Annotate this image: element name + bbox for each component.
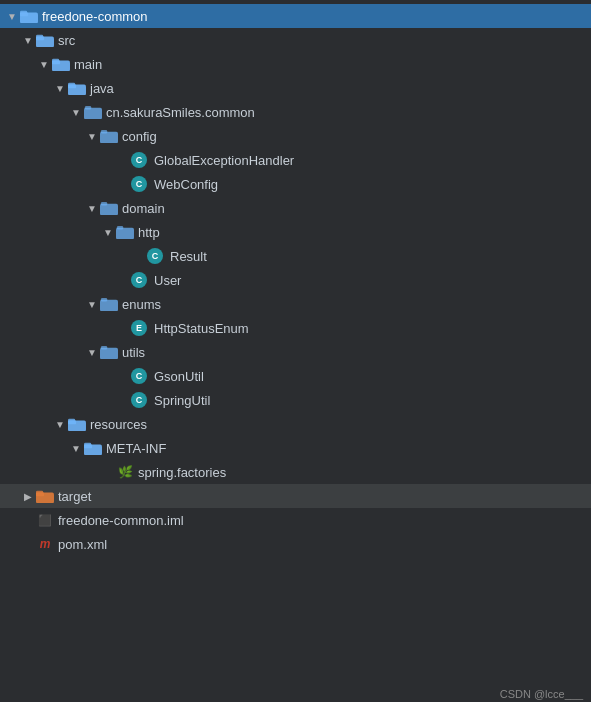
package-icon <box>100 296 118 312</box>
watermark: CSDN @lcce___ <box>492 686 591 702</box>
tree-item-java[interactable]: java <box>0 76 591 100</box>
tree-item-label: java <box>90 81 114 96</box>
tree-item-GsonUtil[interactable]: CGsonUtil <box>0 364 591 388</box>
tree-item-label: META-INF <box>106 441 166 456</box>
tree-arrow[interactable] <box>84 347 100 358</box>
folder-icon <box>52 56 70 72</box>
tree-arrow[interactable] <box>84 299 100 310</box>
package-icon <box>84 104 102 120</box>
tree-item-label: pom.xml <box>58 537 107 552</box>
class-icon: C <box>132 152 150 168</box>
svg-rect-19 <box>117 226 123 230</box>
svg-rect-2 <box>20 11 27 15</box>
tree-item-label: User <box>154 273 181 288</box>
tree-item-label: target <box>58 489 91 504</box>
tree-arrow[interactable] <box>68 443 84 454</box>
tree-item-label: SpringUtil <box>154 393 210 408</box>
svg-rect-29 <box>84 443 91 447</box>
spring-icon: 🌿 <box>116 464 134 480</box>
tree-item-spring.factories[interactable]: 🌿spring.factories <box>0 460 591 484</box>
tree-item-label: domain <box>122 201 165 216</box>
tree-item-domain[interactable]: domain <box>0 196 591 220</box>
tree-item-label: freedone-common <box>42 9 148 24</box>
folder-icon <box>36 488 54 504</box>
tree-item-META-INF[interactable]: META-INF <box>0 436 591 460</box>
tree-item-utils[interactable]: utils <box>0 340 591 364</box>
iml-icon: ⬛ <box>36 512 54 528</box>
folder-icon <box>20 8 38 24</box>
tree-item-User[interactable]: CUser <box>0 268 591 292</box>
svg-rect-5 <box>36 35 43 39</box>
tree-item-label: main <box>74 57 102 72</box>
package-icon <box>100 344 118 360</box>
class-icon: C <box>132 176 150 192</box>
file-tree: freedone-common src main java cn.sakuraS… <box>0 0 591 702</box>
folder-icon <box>84 440 102 456</box>
tree-item-label: enums <box>122 297 161 312</box>
tree-arrow[interactable] <box>20 491 36 502</box>
svg-rect-23 <box>101 346 107 350</box>
package-icon <box>116 224 134 240</box>
tree-item-SpringUtil[interactable]: CSpringUtil <box>0 388 591 412</box>
tree-arrow[interactable] <box>68 107 84 118</box>
tree-arrow[interactable] <box>84 203 100 214</box>
folder-icon <box>36 32 54 48</box>
tree-item-HttpStatusEnum[interactable]: EHttpStatusEnum <box>0 316 591 340</box>
tree-item-pom.xml[interactable]: mpom.xml <box>0 532 591 556</box>
tree-arrow[interactable] <box>100 227 116 238</box>
tree-item-target[interactable]: target <box>0 484 591 508</box>
class-icon: C <box>132 368 150 384</box>
tree-item-label: GlobalExceptionHandler <box>154 153 294 168</box>
svg-rect-8 <box>52 59 59 63</box>
tree-item-label: cn.sakuraSmiles.common <box>106 105 255 120</box>
tree-item-label: Result <box>170 249 207 264</box>
folder-icon <box>68 80 86 96</box>
svg-rect-15 <box>101 130 107 134</box>
tree-item-Result[interactable]: CResult <box>0 244 591 268</box>
tree-item-label: http <box>138 225 160 240</box>
tree-item-label: freedone-common.iml <box>58 513 184 528</box>
class-icon: C <box>132 392 150 408</box>
package-icon <box>100 200 118 216</box>
tree-item-label: config <box>122 129 157 144</box>
class-icon: C <box>132 272 150 288</box>
tree-item-label: spring.factories <box>138 465 226 480</box>
tree-arrow[interactable] <box>84 131 100 142</box>
svg-rect-11 <box>68 83 75 87</box>
svg-rect-32 <box>36 491 43 495</box>
tree-item-cn.sakuraSmiles.common[interactable]: cn.sakuraSmiles.common <box>0 100 591 124</box>
tree-arrow[interactable] <box>52 83 68 94</box>
class-icon: C <box>148 248 166 264</box>
tree-arrow[interactable] <box>36 59 52 70</box>
svg-rect-26 <box>68 419 75 423</box>
tree-item-src[interactable]: src <box>0 28 591 52</box>
pom-icon: m <box>36 536 54 552</box>
svg-rect-17 <box>101 202 107 206</box>
tree-arrow[interactable] <box>20 35 36 46</box>
tree-item-label: src <box>58 33 75 48</box>
tree-item-http[interactable]: http <box>0 220 591 244</box>
tree-item-enums[interactable]: enums <box>0 292 591 316</box>
tree-arrow[interactable] <box>4 11 20 22</box>
enum-icon: E <box>132 320 150 336</box>
package-icon <box>100 128 118 144</box>
tree-item-resources[interactable]: resources <box>0 412 591 436</box>
tree-item-label: HttpStatusEnum <box>154 321 249 336</box>
tree-item-freedone-common.iml[interactable]: ⬛freedone-common.iml <box>0 508 591 532</box>
folder-icon <box>68 416 86 432</box>
tree-arrow[interactable] <box>52 419 68 430</box>
tree-item-label: utils <box>122 345 145 360</box>
svg-rect-21 <box>101 298 107 302</box>
tree-item-freedone-common[interactable]: freedone-common <box>0 4 591 28</box>
tree-item-main[interactable]: main <box>0 52 591 76</box>
svg-rect-13 <box>85 106 91 110</box>
tree-item-label: GsonUtil <box>154 369 204 384</box>
tree-item-GlobalExceptionHandler[interactable]: CGlobalExceptionHandler <box>0 148 591 172</box>
tree-item-label: resources <box>90 417 147 432</box>
tree-item-WebConfig[interactable]: CWebConfig <box>0 172 591 196</box>
tree-item-config[interactable]: config <box>0 124 591 148</box>
tree-item-label: WebConfig <box>154 177 218 192</box>
